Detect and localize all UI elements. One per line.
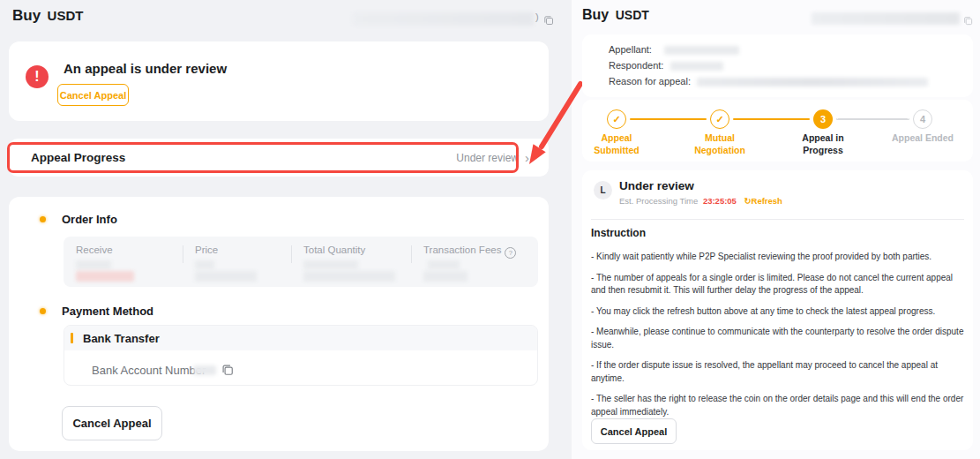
price-value-redacted <box>195 271 257 282</box>
step-2-circle: ✓ <box>710 109 729 129</box>
accent-bar <box>71 333 73 343</box>
bank-account-number-label: Bank Account Number <box>92 364 206 377</box>
right-title-buy: Buy <box>582 7 609 22</box>
respondent-label: Respondent: <box>609 60 663 71</box>
instruction-bullet: - You may click the refresh button above… <box>591 305 965 319</box>
step-3-label: Appeal inProgress <box>779 132 867 156</box>
step-label-line1: Appeal in <box>802 132 843 143</box>
refresh-icon: ↻ <box>744 196 752 206</box>
col-receive-label: Receive <box>76 245 113 255</box>
appeal-progress-row[interactable]: Appeal Progress Under review › <box>9 139 549 177</box>
left-order-id-paren: ) <box>535 11 539 22</box>
respondent-value-redacted <box>670 62 723 71</box>
left-title-asset: USDT <box>48 8 84 23</box>
copy-icon[interactable] <box>543 13 554 29</box>
column-divider <box>183 245 183 263</box>
under-review-heading: Under review <box>619 179 694 192</box>
alert-icon: ! <box>26 65 49 88</box>
alert-exclamation: ! <box>34 69 39 85</box>
refresh-label: Refresh <box>752 196 782 206</box>
right-order-id-redacted <box>812 12 960 25</box>
order-details-card: Order Info Receive Price Total Quantity … <box>9 197 549 451</box>
col-price-label: Price <box>195 245 218 255</box>
cancel-appeal-button[interactable]: Cancel Appeal <box>62 406 162 440</box>
appellant-label: Appellant: <box>609 44 652 55</box>
step-3-circle: 3 <box>813 109 833 129</box>
transaction-fees-text: Transaction Fees <box>423 245 501 255</box>
stepper-connector <box>733 118 810 120</box>
avatar: L <box>594 181 612 199</box>
step-4-label: Appeal Ended <box>879 132 967 144</box>
appeal-stepper-card: ✓ ✓ 3 4 AppealSubmitted MutualNegotiatio… <box>582 100 973 162</box>
col-transaction-fees-label: Transaction Fees? <box>423 245 516 259</box>
payment-method-bullet-icon <box>40 308 46 314</box>
step-label-line2: Negotiation <box>694 145 745 155</box>
column-divider <box>411 245 412 263</box>
step-label-line1: Appeal Ended <box>892 132 954 143</box>
column-divider <box>291 245 292 263</box>
step-label-line2: Progress <box>803 145 843 155</box>
total-quantity-value-redacted <box>303 271 395 282</box>
step-4-circle: 4 <box>913 109 932 129</box>
processing-time-value: 23:25:05 <box>703 196 737 206</box>
help-icon[interactable]: ? <box>505 247 516 259</box>
stepper-connector-dashed <box>836 118 909 120</box>
right-title-asset: USDT <box>616 8 649 22</box>
step-label-line2: Submitted <box>594 145 639 155</box>
step-1-circle: ✓ <box>607 109 626 129</box>
divider <box>591 219 964 220</box>
right-page-title: Buy USDT <box>582 7 649 23</box>
appellant-value-redacted <box>664 46 739 55</box>
appeal-progress-label: Appeal Progress <box>31 151 125 164</box>
appeal-progress-status: Under review <box>456 152 519 164</box>
refresh-button[interactable]: ↻Refresh <box>744 196 782 206</box>
step-number: 3 <box>820 114 826 124</box>
step-number: 4 <box>920 114 925 124</box>
processing-time-row: Est. Processing Time 23:25:05 ↻Refresh <box>619 196 782 206</box>
reason-value-redacted <box>697 78 928 87</box>
instruction-bullet: - Kindly wait patiently while P2P Specia… <box>591 251 965 264</box>
avatar-letter: L <box>600 185 605 195</box>
p2p-appeal-page: Buy USDT ) ! An appeal is under review C… <box>0 0 980 459</box>
receive-value-redacted <box>76 260 111 269</box>
stepper-connector <box>630 118 707 120</box>
payment-method-heading: Payment Method <box>62 305 153 318</box>
left-page-title: Buy USDT <box>12 7 83 25</box>
left-title-buy: Buy <box>12 7 41 24</box>
order-info-box: Receive Price Total Quantity Transaction… <box>64 237 538 287</box>
cancel-appeal-button[interactable]: Cancel Appeal <box>591 418 677 444</box>
check-icon: ✓ <box>612 114 620 125</box>
receive-value-redacted <box>76 271 134 282</box>
transaction-fees-value-redacted <box>428 260 460 269</box>
price-value-redacted <box>195 260 214 269</box>
col-total-quantity-label: Total Quantity <box>303 245 365 255</box>
instruction-bullet: - Meanwhile, please continue to communic… <box>591 326 965 351</box>
bank-transfer-header: Bank Transfer <box>64 326 537 350</box>
appeal-status-card: L Under review Est. Processing Time 23:2… <box>582 170 973 450</box>
step-2-label: MutualNegotiation <box>676 132 764 156</box>
step-label-line1: Mutual <box>705 132 735 143</box>
appeal-progress-status-wrap: Under review › <box>456 151 529 164</box>
step-label-line1: Appeal <box>601 132 632 143</box>
instruction-bullet: - If the order dispute issue is resolved… <box>591 359 965 385</box>
reason-for-appeal-label: Reason for appeal: <box>609 76 691 87</box>
bank-transfer-card: Bank Transfer Bank Account Number <box>64 325 538 386</box>
copy-icon[interactable] <box>221 364 234 380</box>
chevron-right-icon[interactable]: › <box>525 151 529 164</box>
alert-cancel-appeal-button[interactable]: Cancel Appeal <box>57 84 129 106</box>
bank-account-number-redacted <box>193 365 216 375</box>
left-order-id-redacted <box>353 12 534 26</box>
total-quantity-value-redacted <box>303 260 358 269</box>
step-1-label: AppealSubmitted <box>572 132 661 156</box>
order-info-heading: Order Info <box>62 213 117 226</box>
transaction-fees-value-redacted <box>423 271 468 282</box>
appeal-parties-card: Appellant: Respondent: Reason for appeal… <box>582 34 973 97</box>
check-icon: ✓ <box>715 114 723 125</box>
instruction-list: - Kindly wait patiently while P2P Specia… <box>591 251 965 426</box>
order-info-bullet-icon <box>40 216 46 222</box>
instruction-heading: Instruction <box>591 227 646 239</box>
copy-icon[interactable] <box>963 13 973 29</box>
instruction-bullet: - The number of appeals for a single ord… <box>591 272 965 297</box>
appeal-alert-card: ! An appeal is under review Cancel Appea… <box>9 41 549 121</box>
alert-heading: An appeal is under review <box>64 61 227 76</box>
